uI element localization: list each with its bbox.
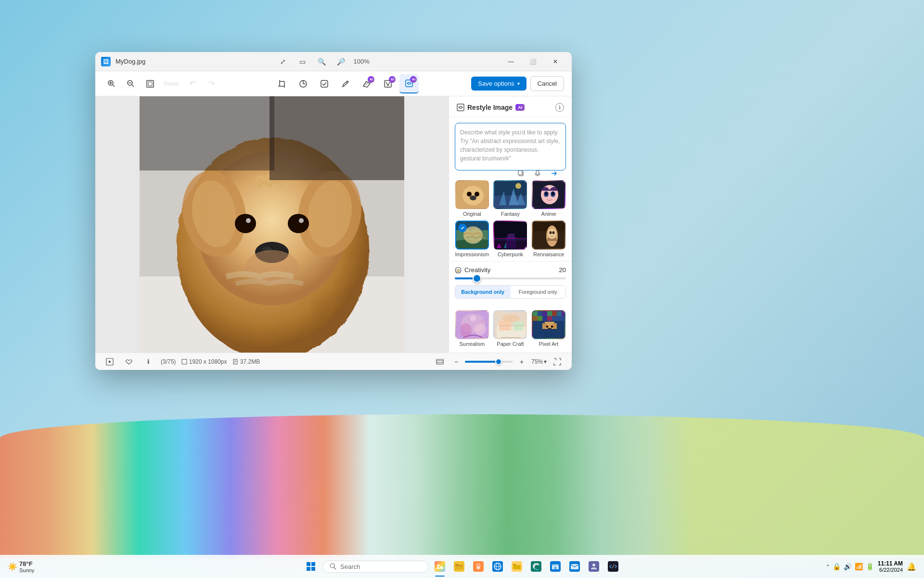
title-bar-center: ⤢ ▭ 🔍 🔎 100% xyxy=(274,53,371,70)
crop-tool-btn[interactable] xyxy=(272,74,292,93)
taskbar-mail-btn[interactable] xyxy=(566,558,583,575)
background-only-btn[interactable]: Background only xyxy=(455,286,511,298)
filter-tool-btn[interactable] xyxy=(315,74,334,93)
svg-rect-96 xyxy=(553,323,557,329)
svg-point-44 xyxy=(475,192,479,197)
zoom-out-status-btn[interactable]: − xyxy=(450,356,462,368)
filmstrip-btn[interactable] xyxy=(433,355,447,368)
like-btn[interactable] xyxy=(122,355,136,368)
taskbar-left: ☀️ 78°F Sunny xyxy=(8,560,38,573)
selected-checkmark xyxy=(458,223,467,232)
tray-security-icon[interactable]: 🔒 xyxy=(833,563,841,570)
desktop: 🖼 MyDog.jpg ⤢ ▭ 🔍 🔎 100% — ⬜ ✕ xyxy=(0,0,924,578)
title-bar: 🖼 MyDog.jpg ⤢ ▭ 🔍 🔎 100% — ⬜ ✕ xyxy=(95,52,572,71)
tray-wifi-icon[interactable]: 📶 xyxy=(855,563,863,570)
style-item-impressionism[interactable]: Impressionism xyxy=(455,221,489,257)
zoom-in-btn[interactable] xyxy=(103,75,120,92)
fit-btn[interactable] xyxy=(141,75,159,92)
zoom-in-status-btn[interactable]: + xyxy=(516,356,527,368)
slider-thumb[interactable] xyxy=(473,274,481,283)
style-placeholder: Describe what style you'd like to apply.… xyxy=(460,128,561,163)
style-item-original[interactable]: Original xyxy=(455,180,489,217)
taskbar-files-btn[interactable] xyxy=(450,558,468,575)
foreground-only-btn[interactable]: Foreground only xyxy=(511,286,566,298)
undo-btn[interactable]: ↶ xyxy=(183,75,201,92)
start-btn[interactable] xyxy=(302,558,320,575)
tray-expand-icon[interactable]: ⌃ xyxy=(826,564,830,569)
zoom-in-title-btn[interactable]: 🔎 xyxy=(332,53,349,70)
info-btn[interactable]: ℹ xyxy=(141,355,155,368)
eraser-ai-btn[interactable]: AI xyxy=(357,74,376,93)
style-item-renaissance[interactable]: Rennaisance xyxy=(531,221,566,257)
panel-info-btn[interactable]: ℹ xyxy=(555,103,564,112)
svg-point-30 xyxy=(299,218,304,223)
zoom-slider[interactable] xyxy=(465,361,513,363)
taskbar-folder-btn[interactable] xyxy=(508,558,526,575)
zoom-out-btn[interactable] xyxy=(122,75,140,92)
taskbar-photos-btn[interactable] xyxy=(431,558,449,575)
svg-rect-88 xyxy=(562,311,565,316)
svg-rect-104 xyxy=(436,359,443,364)
ai-badge-generate: AI xyxy=(389,76,396,83)
style-thumb-papercraft xyxy=(493,310,527,339)
paste-btn[interactable] xyxy=(514,167,528,180)
taskbar-edge-btn[interactable] xyxy=(527,558,545,575)
svg-rect-35 xyxy=(140,96,274,171)
creativity-icon xyxy=(455,267,462,274)
adjust-tool-btn[interactable] xyxy=(294,74,313,93)
file-size: 37.2MB xyxy=(232,358,260,365)
search-icon xyxy=(330,563,336,570)
frame-btn[interactable]: ▭ xyxy=(294,53,311,70)
style-item-fantasy[interactable]: Fantasy xyxy=(493,180,528,217)
svg-line-15 xyxy=(346,82,347,83)
image-area[interactable] xyxy=(95,96,449,353)
zoom-slider-thumb[interactable] xyxy=(495,358,502,365)
close-btn[interactable]: ✕ xyxy=(545,54,566,69)
zoom-out-title-btn[interactable]: 🔍 xyxy=(313,53,330,70)
style-item-papercraft[interactable]: Paper Craft xyxy=(493,310,528,347)
style-item-cyberpunk[interactable]: Cyberpunk xyxy=(493,221,528,257)
creativity-slider[interactable] xyxy=(455,277,566,279)
search-bar[interactable]: Search xyxy=(322,561,428,573)
taskbar-teams-btn[interactable] xyxy=(585,558,603,575)
svg-point-68 xyxy=(552,231,555,234)
taskbar-browser-btn[interactable] xyxy=(489,558,506,575)
style-item-surrealism[interactable]: Surrealism xyxy=(455,310,489,347)
style-item-anime[interactable]: Anime xyxy=(531,180,566,217)
app-icon: 🖼 xyxy=(101,57,111,66)
zoom-control: − + xyxy=(450,356,527,368)
weather-widget[interactable]: ☀️ 78°F Sunny xyxy=(8,560,34,573)
fit-window-btn[interactable]: ⤢ xyxy=(274,53,292,70)
maximize-btn[interactable]: ⬜ xyxy=(523,54,544,69)
reset-btn[interactable]: Reset xyxy=(161,75,181,92)
style-item-pixelart[interactable]: Pixel Art xyxy=(531,310,566,347)
taskbar-store-btn[interactable] xyxy=(547,558,564,575)
svg-point-74 xyxy=(470,315,476,321)
generate-ai-btn[interactable]: AI xyxy=(378,74,398,93)
system-clock[interactable]: 11:11 AM 6/22/2024 xyxy=(878,560,903,573)
save-options-btn[interactable]: Save options ▾ xyxy=(471,77,526,91)
restyle-ai-btn[interactable]: AI xyxy=(399,74,419,93)
svg-point-75 xyxy=(481,319,485,323)
draw-tool-btn[interactable] xyxy=(336,74,355,93)
cancel-btn[interactable]: Cancel xyxy=(530,76,564,91)
fullscreen-btn[interactable] xyxy=(551,355,564,368)
window-title: MyDog.jpg xyxy=(116,58,145,65)
zoom-value-display[interactable]: 75% ▾ xyxy=(531,358,547,365)
redo-btn[interactable]: ↷ xyxy=(203,75,220,92)
send-btn[interactable] xyxy=(547,167,561,180)
taskbar-dev-btn[interactable] xyxy=(604,558,622,575)
tray-battery-icon[interactable]: 🔋 xyxy=(866,563,874,570)
style-label-impressionism: Impressionism xyxy=(455,251,489,257)
svg-rect-98 xyxy=(551,326,553,328)
style-text-input[interactable]: Describe what style you'd like to apply.… xyxy=(455,123,566,171)
tray-volume-icon[interactable]: 🔊 xyxy=(844,563,852,570)
search-placeholder: Search xyxy=(340,563,360,570)
notification-btn[interactable]: 🔔 xyxy=(907,562,916,571)
style-thumb-surrealism xyxy=(455,310,489,339)
content-area: Restyle Image AI ℹ Describe what style y… xyxy=(95,96,572,353)
taskbar-paint-btn[interactable] xyxy=(470,558,487,575)
slideshow-btn[interactable] xyxy=(103,355,116,368)
minimize-btn[interactable]: — xyxy=(500,54,522,69)
mic-btn[interactable] xyxy=(531,167,544,180)
